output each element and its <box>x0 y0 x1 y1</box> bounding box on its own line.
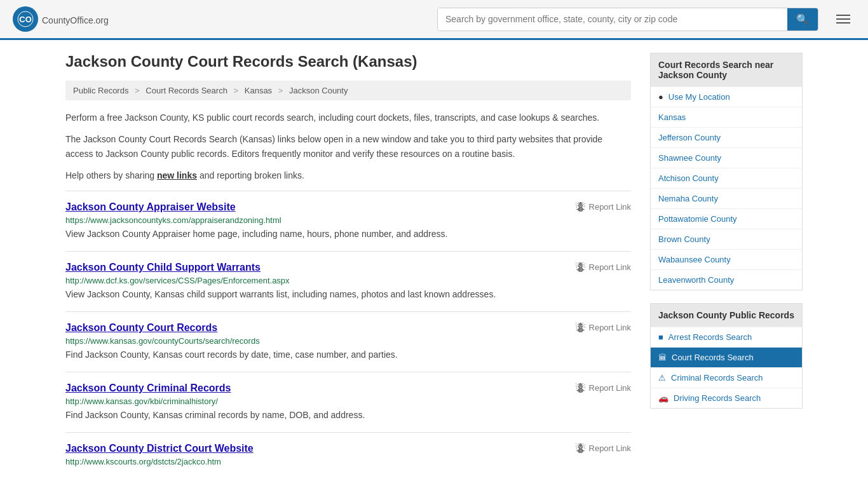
sidebar-item-use-my-location[interactable]: ● Use My Location <box>651 86 802 107</box>
menu-icon-line3 <box>836 22 850 24</box>
result-url-2[interactable]: http://www.dcf.ks.gov/services/CSS/Pages… <box>65 276 631 285</box>
report-link-5[interactable]: ⛇ Report Link <box>576 443 631 454</box>
menu-button[interactable] <box>831 12 855 26</box>
result-desc-2: View Jackson County, Kansas child suppor… <box>65 288 631 301</box>
sidebar-item-driving-records[interactable]: 🚗 Driving Records Search <box>651 388 802 408</box>
page-title: Jackson County Court Records Search (Kan… <box>65 53 631 71</box>
result-item: Jackson County Criminal Records ⛇ Report… <box>65 372 631 432</box>
search-icon: 🔍 <box>796 14 809 25</box>
sidebar-item-criminal-records[interactable]: ⚠ Criminal Records Search <box>651 367 802 388</box>
sidebar-item-court-records[interactable]: 🏛 Court Records Search <box>651 347 802 367</box>
result-item: Jackson County District Court Website ⛇ … <box>65 432 631 479</box>
sidebar-item-leavenworth-county[interactable]: Leavenworth County <box>651 269 802 290</box>
new-links-link[interactable]: new links <box>157 170 197 180</box>
result-title-1[interactable]: Jackson County Appraiser Website <box>65 201 236 213</box>
report-icon-4: ⛇ <box>576 383 585 393</box>
driving-records-icon: 🚗 <box>658 393 668 403</box>
logo[interactable]: CO CountyOffice.org <box>13 6 109 32</box>
arrest-records-icon: ■ <box>658 332 663 342</box>
description-2: The Jackson County Court Records Search … <box>65 132 631 161</box>
result-item: Jackson County Court Records ⛇ Report Li… <box>65 311 631 372</box>
sidebar: Court Records Search near Jackson County… <box>650 53 803 479</box>
location-pin-icon: ● <box>658 92 663 102</box>
sidebar-item-jefferson-county[interactable]: Jefferson County <box>651 127 802 147</box>
criminal-records-icon: ⚠ <box>658 373 666 383</box>
result-title-2[interactable]: Jackson County Child Support Warrants <box>65 262 261 273</box>
sidebar-item-pottawatomie-county[interactable]: Pottawatomie County <box>651 208 802 229</box>
report-link-2[interactable]: ⛇ Report Link <box>576 262 631 273</box>
search-bar: 🔍 <box>437 8 818 31</box>
sidebar-item-brown-county[interactable]: Brown County <box>651 229 802 249</box>
sidebar-item-arrest-records[interactable]: ■ Arrest Records Search <box>651 327 802 347</box>
result-desc-3: Find Jackson County, Kansas court record… <box>65 348 631 362</box>
report-icon-5: ⛇ <box>576 443 585 454</box>
nearby-list: ● Use My Location Kansas Jefferson Count… <box>651 86 802 290</box>
result-title-5[interactable]: Jackson County District Court Website <box>65 443 254 454</box>
sidebar-section1-title: Court Records Search near Jackson County <box>651 53 802 86</box>
result-url-3[interactable]: https://www.kansas.gov/countyCourts/sear… <box>65 336 631 346</box>
result-desc-4: Find Jackson County, Kansas criminal rec… <box>65 409 631 422</box>
sidebar-section-public-records: Jackson County Public Records ■ Arrest R… <box>650 303 803 409</box>
report-icon-2: ⛇ <box>576 262 585 273</box>
logo-icon: CO <box>13 6 38 32</box>
result-desc-1: View Jackson County Appraiser home page,… <box>65 227 631 241</box>
breadcrumb: Public Records > Court Records Search > … <box>65 81 631 100</box>
report-link-3[interactable]: ⛇ Report Link <box>576 322 631 333</box>
breadcrumb-public-records[interactable]: Public Records <box>73 86 128 95</box>
description-1: Perform a free Jackson County, KS public… <box>65 111 631 125</box>
menu-icon-line1 <box>836 15 850 16</box>
breadcrumb-jackson-county[interactable]: Jackson County <box>289 86 348 95</box>
result-url-5[interactable]: http://www.kscourts.org/dstcts/2jackco.h… <box>65 457 631 466</box>
main-container: Jackson County Court Records Search (Kan… <box>53 40 815 488</box>
report-icon-3: ⛇ <box>576 322 585 333</box>
sidebar-item-nemaha-county[interactable]: Nemaha County <box>651 188 802 208</box>
result-item: Jackson County Child Support Warrants ⛇ … <box>65 251 631 311</box>
report-icon-1: ⛇ <box>576 201 585 212</box>
breadcrumb-court-records-search[interactable]: Court Records Search <box>146 86 227 95</box>
svg-text:CO: CO <box>19 15 32 24</box>
sidebar-item-kansas[interactable]: Kansas <box>651 107 802 127</box>
sidebar-section2-title: Jackson County Public Records <box>651 304 802 327</box>
logo-text: CountyOffice.org <box>42 12 109 27</box>
result-url-4[interactable]: http://www.kansas.gov/kbi/criminalhistor… <box>65 396 631 406</box>
description-3: Help others by sharing new links and rep… <box>65 168 631 182</box>
court-records-icon: 🏛 <box>658 353 667 362</box>
result-title-3[interactable]: Jackson County Court Records <box>65 322 217 334</box>
content-area: Jackson County Court Records Search (Kan… <box>65 53 631 479</box>
result-title-4[interactable]: Jackson County Criminal Records <box>65 383 231 394</box>
public-records-list: ■ Arrest Records Search 🏛 Court Records … <box>651 327 802 408</box>
search-input[interactable] <box>438 8 787 30</box>
report-link-4[interactable]: ⛇ Report Link <box>576 383 631 393</box>
menu-icon-line2 <box>836 18 850 20</box>
results-list: Jackson County Appraiser Website ⛇ Repor… <box>65 191 631 479</box>
sidebar-item-shawnee-county[interactable]: Shawnee County <box>651 147 802 168</box>
sidebar-section-nearby: Court Records Search near Jackson County… <box>650 53 803 290</box>
report-link-1[interactable]: ⛇ Report Link <box>576 201 631 212</box>
sidebar-item-atchison-county[interactable]: Atchison County <box>651 168 802 188</box>
result-item: Jackson County Appraiser Website ⛇ Repor… <box>65 191 631 251</box>
site-header: CO CountyOffice.org 🔍 <box>0 0 868 40</box>
sidebar-item-wabaunsee-county[interactable]: Wabaunsee County <box>651 249 802 269</box>
breadcrumb-kansas[interactable]: Kansas <box>245 86 272 95</box>
search-button[interactable]: 🔍 <box>787 8 818 30</box>
result-url-1[interactable]: https://www.jacksoncountyks.com/appraise… <box>65 215 631 225</box>
